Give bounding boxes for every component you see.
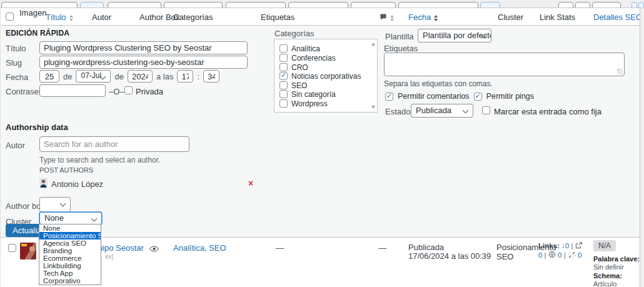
toolbar-button[interactable] bbox=[80, 2, 104, 8]
resize-grip-icon[interactable] bbox=[617, 69, 623, 74]
categorias-label: Categorías bbox=[274, 29, 314, 38]
month-select[interactable]: 07-Jul bbox=[76, 70, 111, 83]
slug-input[interactable] bbox=[39, 56, 248, 69]
category-item[interactable]: Sin categoría bbox=[279, 89, 336, 98]
category-item[interactable]: CRO bbox=[279, 62, 308, 71]
globe-icon bbox=[548, 251, 556, 260]
wp-posts-quick-edit-screen: Imagen Título Autor Author Box Categoría… bbox=[0, 0, 644, 287]
permitir-pings-label: Permitir pings bbox=[486, 92, 534, 101]
scroll-up-icon[interactable] bbox=[371, 43, 375, 46]
post-author-item: Antonio López bbox=[39, 178, 103, 189]
row-link-stats: Links: ↓0 | 0 | 0 | 0 bbox=[538, 241, 582, 260]
cluster-dropdown-list: None Posicionamiento SEO Agencia SEO Bra… bbox=[39, 224, 101, 285]
cluster-option[interactable]: Branding bbox=[39, 247, 101, 254]
cluster-option[interactable]: Corporativo bbox=[39, 277, 101, 284]
or-separator: –O– bbox=[109, 87, 124, 96]
toolbar-box[interactable] bbox=[288, 2, 348, 8]
toolbar-box[interactable] bbox=[226, 2, 286, 8]
privada-checkbox[interactable] bbox=[124, 86, 133, 94]
category-item[interactable]: Conferencias bbox=[279, 53, 336, 62]
a-las-label: a las bbox=[156, 72, 173, 81]
eye-icon bbox=[149, 244, 159, 254]
sort-icon bbox=[390, 15, 394, 21]
column-header-titulo[interactable]: Título bbox=[46, 13, 73, 22]
minute-input[interactable] bbox=[203, 70, 219, 83]
row-fecha: 17/06/2024 a las 00:39 bbox=[408, 251, 491, 261]
cluster-option[interactable]: Agencia SEO bbox=[39, 239, 101, 247]
slug-label: Slug bbox=[6, 58, 22, 68]
titulo-label: Título bbox=[6, 44, 26, 53]
external-link-icon bbox=[575, 242, 582, 251]
time-colon: : bbox=[197, 72, 199, 81]
fecha-label: Fecha bbox=[6, 73, 28, 82]
toolbar-box[interactable] bbox=[575, 2, 590, 8]
toolbar-box[interactable] bbox=[164, 2, 223, 8]
category-item[interactable]: Analítica bbox=[279, 43, 320, 53]
broken-link-icon bbox=[568, 251, 576, 260]
allow-row: Permitir comentarios Permitir pings bbox=[385, 92, 534, 101]
year-input[interactable] bbox=[128, 70, 153, 83]
comment-bubble-icon bbox=[380, 13, 387, 23]
plantilla-select[interactable]: Plantilla por defecto bbox=[418, 29, 491, 43]
hour-input[interactable] bbox=[177, 70, 193, 83]
etiquetas-hint: Separa las etiquetas con comas. bbox=[384, 79, 493, 88]
row-select-checkbox[interactable] bbox=[8, 244, 16, 252]
scroll-down-icon[interactable] bbox=[371, 106, 375, 109]
select-all-checkbox[interactable] bbox=[6, 13, 14, 21]
cluster-option[interactable]: Ecommerce bbox=[39, 254, 101, 262]
fecha-row: de 07-Jul de a las : bbox=[39, 70, 219, 83]
autor-label: Autor bbox=[6, 141, 25, 150]
toolbar-button[interactable] bbox=[480, 2, 500, 8]
table-right-edge bbox=[640, 8, 644, 287]
view-toggle-button[interactable] bbox=[638, 2, 644, 8]
row-author-sub: ex] bbox=[105, 253, 113, 260]
category-item[interactable]: SEO bbox=[279, 80, 307, 89]
column-header-link-stats: Link Stats bbox=[540, 13, 575, 22]
toolbar-box[interactable] bbox=[398, 2, 478, 8]
author-box-select[interactable] bbox=[39, 197, 71, 212]
fija-checkbox[interactable] bbox=[482, 106, 490, 114]
category-item[interactable]: Noticias corporativas bbox=[279, 71, 361, 80]
day-input[interactable] bbox=[39, 70, 59, 83]
permitir-pings-checkbox[interactable] bbox=[474, 93, 482, 101]
de-label: de bbox=[63, 72, 72, 81]
toolbar-box[interactable] bbox=[108, 2, 161, 8]
cluster-option[interactable]: Linkbuilding bbox=[39, 262, 101, 269]
permitir-comentarios-checkbox[interactable] bbox=[385, 93, 393, 101]
categories-listbox: Analítica Conferencias CRO Noticias corp… bbox=[274, 39, 378, 113]
seo-keyword: Palabra clave: Sin definir bbox=[593, 255, 642, 271]
view-toggle-button[interactable] bbox=[631, 2, 637, 8]
cluster-option[interactable]: None bbox=[39, 224, 101, 232]
column-header-comments[interactable] bbox=[380, 13, 394, 23]
contrasena-input[interactable] bbox=[39, 84, 106, 97]
authorship-heading: Authorship data bbox=[6, 123, 68, 132]
column-header-fecha[interactable]: Fecha bbox=[408, 13, 438, 22]
row-thumbnail[interactable] bbox=[20, 243, 36, 259]
toolbar-box[interactable] bbox=[1, 2, 78, 8]
filter-toolbar bbox=[0, 0, 644, 8]
remove-author-icon[interactable]: × bbox=[248, 178, 253, 188]
cluster-select[interactable]: None bbox=[39, 212, 102, 224]
toolbar-box[interactable] bbox=[351, 2, 396, 8]
author-search-input[interactable] bbox=[39, 136, 189, 152]
titulo-input[interactable] bbox=[39, 41, 248, 54]
toolbar-box[interactable] bbox=[592, 2, 621, 8]
row-comments-value: — bbox=[378, 243, 386, 253]
column-header-autor: Autor bbox=[92, 13, 111, 22]
quick-edit-heading: EDICIÓN RÁPIDA bbox=[6, 29, 69, 38]
cluster-option[interactable]: Tech App bbox=[39, 269, 101, 277]
column-header-detalles-seo[interactable]: Detalles SEO ✎ bbox=[593, 13, 644, 22]
column-header-etiquetas: Etiquetas bbox=[261, 13, 294, 22]
row-categories-link[interactable]: Analítica, SEO bbox=[173, 243, 226, 253]
category-item[interactable]: Wordpress bbox=[279, 98, 328, 108]
seo-schema: Schema: Artículo (BlogPosting) bbox=[593, 272, 642, 287]
toolbar-box[interactable] bbox=[558, 2, 573, 8]
cluster-option-highlighted[interactable]: Posicionamiento SEO bbox=[39, 232, 101, 239]
column-header-imagen: Imagen bbox=[19, 9, 44, 17]
permitir-comentarios-label: Permitir comentarios bbox=[398, 92, 470, 101]
estado-select[interactable]: Publicada bbox=[411, 104, 473, 118]
sort-icon bbox=[434, 15, 438, 21]
post-authors-heading: POST AUTHORS bbox=[39, 166, 93, 174]
privada-label: Privada bbox=[136, 87, 163, 96]
etiquetas-textarea[interactable] bbox=[384, 53, 625, 76]
